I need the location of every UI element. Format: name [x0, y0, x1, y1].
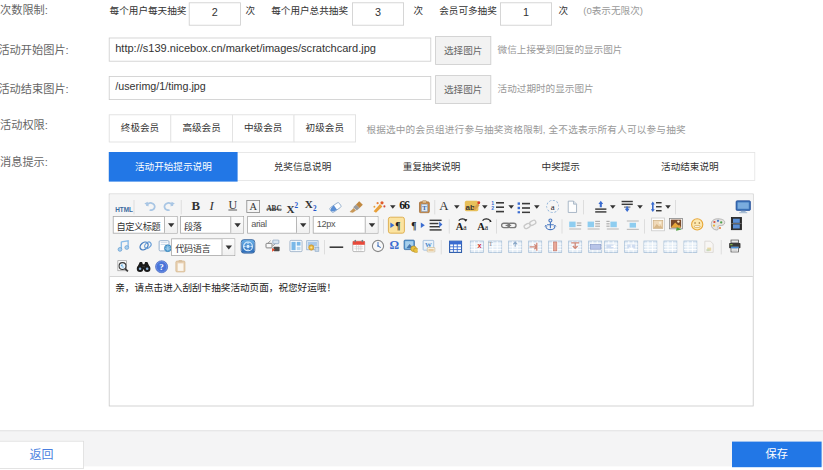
- svg-text:T: T: [422, 204, 427, 211]
- svg-text:x: x: [478, 241, 482, 250]
- svg-text:A: A: [456, 220, 464, 231]
- svg-text:¶: ¶: [395, 219, 400, 230]
- svg-text:a: a: [463, 222, 467, 231]
- svg-text:¶: ¶: [411, 219, 416, 230]
- svg-text:T: T: [489, 240, 493, 247]
- svg-text:a: a: [485, 222, 489, 231]
- svg-text:2: 2: [491, 205, 494, 211]
- svg-text:?: ?: [159, 262, 164, 272]
- svg-text:A: A: [477, 220, 485, 231]
